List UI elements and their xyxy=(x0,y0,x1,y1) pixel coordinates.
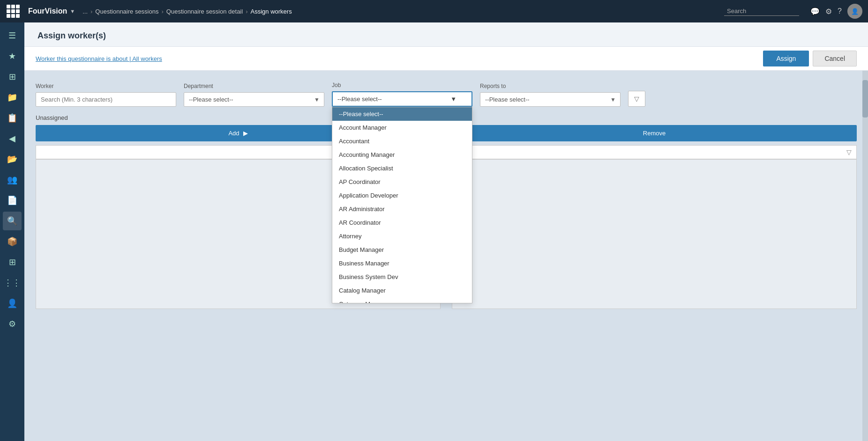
sidebar-item-apps[interactable]: ⋮⋮ xyxy=(3,273,22,292)
dropdown-item-budget_manager[interactable]: Budget Manager xyxy=(332,243,472,257)
message-icon[interactable]: 💬 xyxy=(810,7,820,16)
sidebar-item-favorites[interactable]: ★ xyxy=(3,47,22,66)
cancel-button[interactable]: Cancel xyxy=(813,51,857,66)
assigned-filter-bar: ▽ xyxy=(452,145,857,159)
sidebar-item-report[interactable]: 📄 xyxy=(3,191,22,210)
sidebar-item-user[interactable]: 👤 xyxy=(3,294,22,313)
job-filter-group: Job --Please select-- ▼ --Please select-… xyxy=(332,82,472,107)
dropdown-item-accounting_manager[interactable]: Accounting Manager xyxy=(332,148,472,162)
dropdown-item-business_manager[interactable]: Business Manager xyxy=(332,257,472,270)
sidebar-item-people[interactable]: 👥 xyxy=(3,170,22,189)
department-label: Department xyxy=(184,83,324,89)
sidebar: ☰ ★ ⊞ 📁 📋 ◀ 📂 👥 📄 🔍 📦 ⊞ ⋮⋮ 👤 ⚙ xyxy=(0,22,24,441)
grid-icon xyxy=(7,5,20,18)
department-select-wrap: --Please select-- ▼ xyxy=(184,92,324,107)
add-arrow-icon: ▶ xyxy=(243,130,248,137)
reports-to-label: Reports to xyxy=(480,83,621,89)
job-label: Job xyxy=(332,82,472,88)
page-header: Assign worker(s) xyxy=(24,22,868,47)
grid-menu-button[interactable] xyxy=(6,4,21,19)
main-content: Assign worker(s) Worker this questionnai… xyxy=(24,22,868,441)
topnav-icons: 💬 ⚙ ? 👤 xyxy=(810,4,862,19)
toolbar-info: Worker this questionnaire is about | All… xyxy=(36,55,162,62)
department-select[interactable]: --Please select-- xyxy=(184,92,324,107)
remove-button[interactable]: Remove xyxy=(452,125,857,141)
sidebar-item-search-people[interactable]: 🔍 xyxy=(3,212,22,230)
content-area: Worker Department --Please select-- ▼ Jo… xyxy=(24,71,868,441)
reports-to-select-wrap: --Please select-- ▼ xyxy=(480,92,621,107)
sidebar-item-dashboard[interactable]: ⊞ xyxy=(3,67,22,86)
dropdown-item-account_manager[interactable]: Account Manager xyxy=(332,121,472,134)
dropdown-item-business_system_dev[interactable]: Business System Dev xyxy=(332,270,472,284)
user-avatar[interactable]: 👤 xyxy=(847,4,862,19)
sidebar-item-menu[interactable]: ☰ xyxy=(3,26,22,45)
job-dropdown-list: --Please select--Account ManagerAccounta… xyxy=(332,107,472,303)
worker-filter-group: Worker xyxy=(36,83,176,107)
filter-button-group: ▽ xyxy=(628,91,857,107)
search-input[interactable] xyxy=(724,7,799,16)
filters-row: Worker Department --Please select-- ▼ Jo… xyxy=(36,82,857,107)
assigned-panel-header xyxy=(452,114,857,121)
department-filter-group: Department --Please select-- ▼ xyxy=(184,83,324,107)
filter-button[interactable]: ▽ xyxy=(628,91,645,107)
remove-label: Remove xyxy=(643,130,666,137)
add-label: Add xyxy=(228,130,239,137)
brand-name: FourVision xyxy=(28,7,67,15)
breadcrumb-ellipsis[interactable]: ... xyxy=(82,8,88,15)
sidebar-item-grid[interactable]: ⊞ xyxy=(3,253,22,272)
reports-to-select[interactable]: --Please select-- xyxy=(480,92,621,107)
dropdown-item-ar_administrator[interactable]: AR Administrator xyxy=(332,202,472,216)
toolbar: Worker this questionnaire is about | All… xyxy=(24,47,868,71)
dropdown-item-category_manager[interactable]: Category Manager xyxy=(332,297,472,303)
breadcrumb-session-detail[interactable]: Questionnaire session detail xyxy=(166,8,243,15)
breadcrumb-questionnaire-sessions[interactable]: Questionnaire sessions xyxy=(95,8,158,15)
job-selected-value: --Please select-- xyxy=(337,96,382,103)
scrollbar-thumb xyxy=(862,80,868,118)
assigned-panel: Remove ▽ xyxy=(452,114,857,309)
dropdown-item-allocation_specialist[interactable]: Allocation Specialist xyxy=(332,162,472,175)
dropdown-item-application_developer[interactable]: Application Developer xyxy=(332,189,472,202)
page-title: Assign worker(s) xyxy=(37,31,855,41)
dropdown-item-accountant[interactable]: Accountant xyxy=(332,134,472,148)
sidebar-item-settings[interactable]: ⚙ xyxy=(3,315,22,333)
job-select-trigger[interactable]: --Please select-- ▼ xyxy=(332,91,472,107)
worker-search-input[interactable] xyxy=(36,92,176,107)
job-caret-icon: ▼ xyxy=(450,96,456,103)
dropdown-item-catalog_manager[interactable]: Catalog Manager xyxy=(332,284,472,297)
breadcrumb-assign-workers: Assign workers xyxy=(251,8,292,15)
dropdown-item-[interactable]: --Please select-- xyxy=(332,107,472,121)
reports-to-filter-group: Reports to --Please select-- ▼ xyxy=(480,83,621,107)
worker-label: Worker xyxy=(36,83,176,89)
assigned-list xyxy=(452,159,857,309)
assign-button[interactable]: Assign xyxy=(763,51,809,66)
dropdown-item-attorney[interactable]: Attorney xyxy=(332,229,472,243)
page-scrollbar[interactable] xyxy=(862,71,868,441)
help-icon[interactable]: ? xyxy=(838,7,842,15)
sidebar-item-clipboard[interactable]: 📋 xyxy=(3,109,22,127)
assigned-funnel-icon: ▽ xyxy=(846,148,852,156)
top-navigation: FourVision ▼ ... › Questionnaire session… xyxy=(0,0,868,22)
breadcrumb: ... › Questionnaire sessions › Questionn… xyxy=(82,8,720,15)
sidebar-item-back[interactable]: ◀ xyxy=(3,129,22,148)
sidebar-item-packages[interactable]: 📦 xyxy=(3,232,22,251)
brand-chevron: ▼ xyxy=(70,8,75,14)
dropdown-item-ap_coordinator[interactable]: AP Coordinator xyxy=(332,175,472,189)
sidebar-item-folder[interactable]: 📁 xyxy=(3,88,22,107)
gear-icon[interactable]: ⚙ xyxy=(825,7,832,16)
sidebar-item-documents[interactable]: 📂 xyxy=(3,150,22,169)
toolbar-buttons: Assign Cancel xyxy=(763,51,857,66)
brand-logo: FourVision ▼ xyxy=(24,7,79,15)
filter-funnel-icon: ▽ xyxy=(634,95,639,103)
dropdown-item-ar_coordinator[interactable]: AR Coordinator xyxy=(332,216,472,229)
